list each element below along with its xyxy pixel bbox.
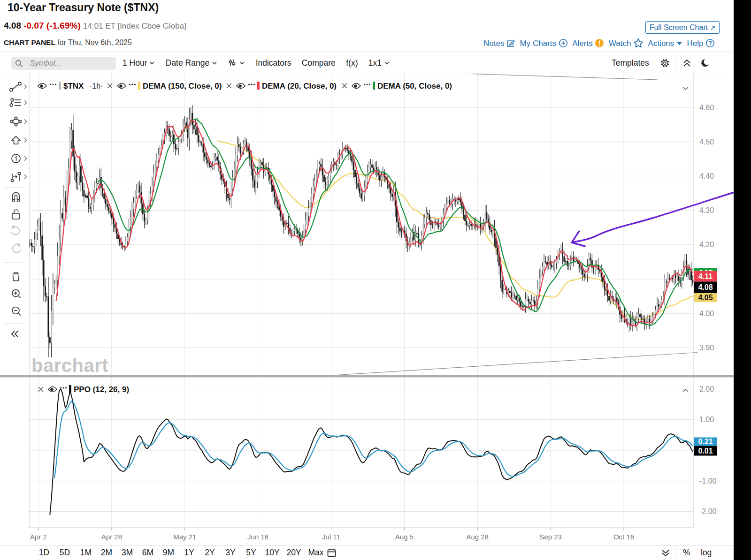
svg-text:-1.00: -1.00: [699, 477, 717, 485]
svg-text:4.40: 4.40: [699, 172, 714, 180]
svg-text:4.30: 4.30: [699, 206, 714, 214]
svg-text:-2.00: -2.00: [699, 507, 717, 515]
svg-text:Jun 16: Jun 16: [247, 533, 268, 541]
svg-text:0.21: 0.21: [698, 438, 713, 446]
svg-text:Apr 28: Apr 28: [101, 533, 122, 541]
svg-text:Apr 2: Apr 2: [30, 533, 47, 541]
svg-text:4.00: 4.00: [699, 310, 714, 318]
svg-text:4.08: 4.08: [698, 283, 713, 291]
svg-text:Aug 28: Aug 28: [466, 533, 489, 541]
svg-text:$TNX: $TNX: [63, 82, 84, 91]
svg-text:1.00: 1.00: [699, 416, 714, 424]
svg-text:4.11: 4.11: [698, 272, 713, 280]
svg-text:·1h·: ·1h·: [90, 82, 103, 90]
svg-text:PPO (12, 26, 9): PPO (12, 26, 9): [74, 385, 129, 394]
svg-text:4.05: 4.05: [698, 294, 713, 302]
svg-text:4.50: 4.50: [699, 138, 714, 146]
svg-text:DEMA (50, Close, 0): DEMA (50, Close, 0): [377, 82, 452, 91]
svg-text:4.20: 4.20: [699, 241, 714, 249]
svg-text:DEMA (20, Close, 0): DEMA (20, Close, 0): [262, 82, 337, 91]
svg-text:?: ?: [708, 40, 712, 46]
svg-text:0.01: 0.01: [698, 447, 713, 455]
svg-text:Oct 16: Oct 16: [613, 533, 634, 541]
svg-text:3.90: 3.90: [699, 344, 714, 352]
svg-text:2.00: 2.00: [699, 385, 714, 393]
svg-text:Aug 5: Aug 5: [395, 533, 414, 541]
svg-text:Jul 11: Jul 11: [322, 533, 340, 541]
svg-text:barchart: barchart: [31, 355, 108, 376]
svg-text:May 21: May 21: [173, 533, 196, 541]
svg-text:Sep 23: Sep 23: [539, 533, 562, 541]
svg-text:DEMA (150, Close, 0): DEMA (150, Close, 0): [143, 82, 222, 91]
svg-text:4.60: 4.60: [699, 104, 714, 112]
